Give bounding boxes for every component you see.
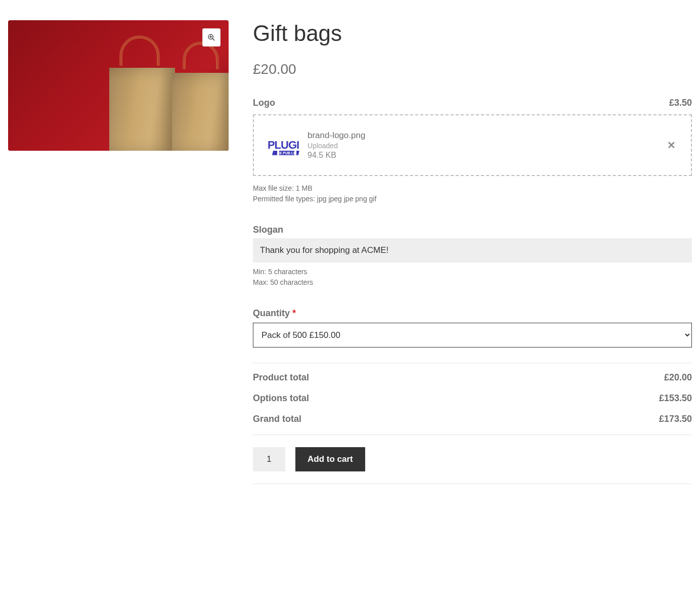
- logo-dropzone[interactable]: PLUGI RE PUB LI brand-logo.png Uploaded …: [253, 114, 692, 176]
- uploaded-file-name: brand-logo.png: [308, 131, 654, 141]
- grand-total-label: Grand total: [253, 414, 301, 424]
- thumb-banner: RE PUB LI: [272, 151, 299, 155]
- logo-hint-types: Permitted file types: jpg jpeg jpe png g…: [253, 194, 692, 204]
- product-total-value: £20.00: [664, 372, 692, 383]
- bag-graphic: [172, 73, 229, 151]
- slogan-hint-max: Max: 50 characters: [253, 277, 692, 288]
- logo-hint-size: Max file size: 1 MB: [253, 183, 692, 194]
- quantity-select[interactable]: Pack of 500 £150.00: [253, 323, 692, 348]
- slogan-hint-min: Min: 5 characters: [253, 267, 692, 277]
- options-total-label: Options total: [253, 393, 309, 404]
- slogan-input[interactable]: [253, 238, 692, 263]
- bag-graphic: [109, 68, 175, 151]
- uploaded-file-status: Uploaded: [308, 142, 654, 150]
- required-indicator: *: [292, 308, 296, 318]
- options-total-value: £153.50: [659, 393, 692, 404]
- slogan-label: Slogan: [253, 225, 692, 235]
- zoom-icon: [207, 33, 215, 41]
- uploaded-file-thumbnail: PLUGI RE PUB LI: [264, 134, 299, 156]
- logo-price: £3.50: [669, 98, 692, 108]
- product-title: Gift bags: [253, 20, 692, 47]
- cart-quantity-input[interactable]: [253, 447, 285, 471]
- close-icon: ✕: [667, 140, 676, 151]
- product-price: £20.00: [253, 61, 692, 77]
- logo-label: Logo: [253, 98, 275, 108]
- zoom-button[interactable]: [202, 28, 221, 47]
- thumb-text: PLUGI: [268, 140, 299, 151]
- quantity-label-text: Quantity: [253, 308, 290, 318]
- svg-line-1: [212, 38, 214, 40]
- uploaded-file-size: 94.5 KB: [308, 151, 654, 160]
- grand-total-value: £173.50: [659, 414, 692, 424]
- product-image[interactable]: [8, 20, 229, 151]
- quantity-label: Quantity *: [253, 308, 692, 319]
- product-total-label: Product total: [253, 372, 309, 383]
- bag-handle-graphic: [119, 35, 160, 66]
- add-to-cart-button[interactable]: Add to cart: [295, 447, 365, 471]
- remove-file-button[interactable]: ✕: [662, 137, 681, 153]
